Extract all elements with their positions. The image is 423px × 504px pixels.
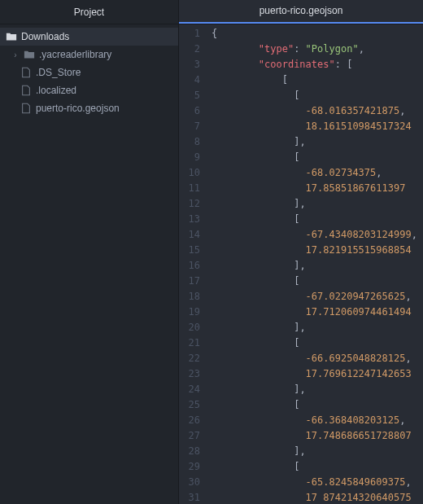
code-line[interactable]: [ bbox=[212, 274, 423, 289]
code-line[interactable]: [ bbox=[212, 150, 423, 165]
tree-item-localized[interactable]: .localized bbox=[0, 81, 178, 99]
editor-pane: puerto-rico.geojson 12345678910111213141… bbox=[179, 0, 423, 504]
code-line[interactable]: 18.161510984517324 bbox=[212, 119, 423, 134]
code-line[interactable]: -68.016357421875, bbox=[212, 103, 423, 119]
file-icon bbox=[20, 102, 33, 115]
code-line[interactable]: -66.368408203125, bbox=[212, 413, 423, 428]
code-line[interactable]: ], bbox=[212, 134, 423, 150]
line-number: 7 bbox=[179, 119, 200, 134]
line-number: 8 bbox=[179, 134, 200, 150]
code-line[interactable]: ], bbox=[212, 444, 423, 459]
code-content[interactable]: { "type": "Polygon", "coordinates": [ [ … bbox=[207, 24, 423, 504]
line-number: 31 bbox=[179, 490, 200, 504]
code-line[interactable]: [ bbox=[212, 335, 423, 351]
file-tree: Downloads › .yacreaderlibrary .DS_Store bbox=[0, 24, 178, 117]
line-number: 25 bbox=[179, 397, 200, 413]
code-editor[interactable]: 1234567891011121314151617181920212223242… bbox=[179, 24, 423, 504]
tree-item-yacreaderlibrary[interactable]: › .yacreaderlibrary bbox=[0, 46, 178, 64]
code-line[interactable]: -66.6925048828125, bbox=[212, 351, 423, 366]
code-line[interactable]: 17.748686651728807 bbox=[212, 428, 423, 444]
code-line[interactable]: -67.0220947265625, bbox=[212, 289, 423, 305]
tree-root-downloads[interactable]: Downloads bbox=[0, 28, 178, 46]
tab-active[interactable]: puerto-rico.geojson bbox=[179, 0, 423, 24]
file-icon bbox=[20, 66, 33, 79]
line-number: 14 bbox=[179, 227, 200, 243]
line-number: 26 bbox=[179, 413, 200, 428]
line-number: 2 bbox=[179, 42, 200, 57]
tree-item-label: .DS_Store bbox=[36, 67, 81, 78]
line-number: 3 bbox=[179, 57, 200, 72]
line-number: 28 bbox=[179, 444, 200, 459]
line-number: 29 bbox=[179, 459, 200, 475]
line-number: 27 bbox=[179, 428, 200, 444]
sidebar-title: Project bbox=[74, 7, 104, 18]
tree-item-label: .localized bbox=[36, 85, 76, 96]
app-root: Project Downloads › .yacreaderlibrary bbox=[0, 0, 423, 504]
file-icon bbox=[20, 84, 33, 97]
line-number: 24 bbox=[179, 382, 200, 397]
code-line[interactable]: [ bbox=[212, 397, 423, 413]
tab-title: puerto-rico.geojson bbox=[259, 5, 343, 16]
line-number: 17 bbox=[179, 274, 200, 289]
line-number: 6 bbox=[179, 103, 200, 119]
code-line[interactable]: { bbox=[212, 26, 423, 42]
line-number: 1 bbox=[179, 26, 200, 42]
file-tree-sidebar: Project Downloads › .yacreaderlibrary bbox=[0, 0, 179, 504]
folder-open-icon bbox=[5, 30, 18, 43]
code-line[interactable]: "coordinates": [ bbox=[212, 57, 423, 72]
line-number: 11 bbox=[179, 181, 200, 196]
tree-root-label: Downloads bbox=[21, 31, 69, 42]
line-number: 13 bbox=[179, 212, 200, 227]
chevron-right-icon[interactable]: › bbox=[11, 50, 20, 59]
code-line[interactable]: ], bbox=[212, 258, 423, 274]
line-number: 9 bbox=[179, 150, 200, 165]
line-number: 10 bbox=[179, 165, 200, 181]
sidebar-header: Project bbox=[0, 0, 178, 24]
tree-item-label: puerto-rico.geojson bbox=[36, 103, 120, 114]
tree-item-dsstore[interactable]: .DS_Store bbox=[0, 64, 178, 81]
code-line[interactable]: ], bbox=[212, 320, 423, 335]
code-line[interactable]: [ bbox=[212, 212, 423, 227]
code-line[interactable]: ], bbox=[212, 196, 423, 212]
code-line[interactable]: 17.712060974461494 bbox=[212, 305, 423, 320]
code-line[interactable]: [ bbox=[212, 72, 423, 88]
code-line[interactable]: 17.821915515968854 bbox=[212, 243, 423, 258]
line-number: 5 bbox=[179, 88, 200, 103]
code-line[interactable]: -67.43408203124999, bbox=[212, 227, 423, 243]
line-number: 16 bbox=[179, 258, 200, 274]
folder-icon bbox=[23, 48, 36, 61]
code-line[interactable]: -65.8245849609375, bbox=[212, 475, 423, 490]
line-number: 23 bbox=[179, 366, 200, 382]
code-line[interactable]: 17.769612247142653 bbox=[212, 366, 423, 382]
tree-item-geojson[interactable]: puerto-rico.geojson bbox=[0, 99, 178, 117]
line-number: 20 bbox=[179, 320, 200, 335]
line-number: 22 bbox=[179, 351, 200, 366]
code-line[interactable]: [ bbox=[212, 88, 423, 103]
line-number: 12 bbox=[179, 196, 200, 212]
line-number: 18 bbox=[179, 289, 200, 305]
line-number: 4 bbox=[179, 72, 200, 88]
code-line[interactable]: 17.85851867611397 bbox=[212, 181, 423, 196]
code-line[interactable]: 17 874214320640575 bbox=[212, 490, 423, 504]
code-line[interactable]: [ bbox=[212, 459, 423, 475]
line-number: 30 bbox=[179, 475, 200, 490]
code-line[interactable]: "type": "Polygon", bbox=[212, 42, 423, 57]
line-number: 21 bbox=[179, 335, 200, 351]
code-line[interactable]: -68.02734375, bbox=[212, 165, 423, 181]
code-line[interactable]: ], bbox=[212, 382, 423, 397]
line-number-gutter: 1234567891011121314151617181920212223242… bbox=[179, 24, 207, 504]
tab-bar: puerto-rico.geojson bbox=[179, 0, 423, 24]
line-number: 19 bbox=[179, 305, 200, 320]
line-number: 15 bbox=[179, 243, 200, 258]
tree-item-label: .yacreaderlibrary bbox=[39, 49, 111, 60]
